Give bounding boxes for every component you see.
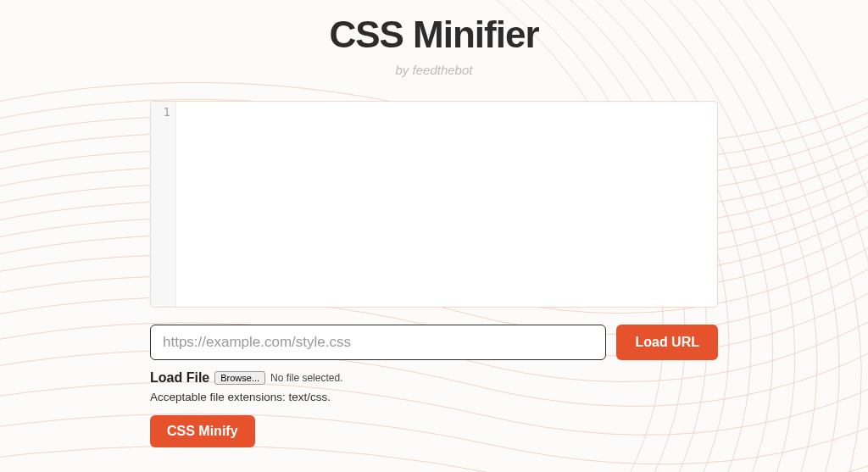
page-subtitle: by feedthebot [396,63,473,77]
load-url-button[interactable]: Load URL [616,325,718,360]
code-editor[interactable]: 1 [150,101,718,308]
line-number: 1 [151,105,170,119]
main-panel: 1 Load URL Load File Browse... No file s… [150,101,718,447]
load-file-label: Load File [150,370,209,386]
browse-button[interactable]: Browse... [214,371,265,385]
page-title: CSS Minifier [329,14,538,56]
acceptable-extensions-text: Acceptable file extensions: text/css. [150,391,718,403]
css-minify-button[interactable]: CSS Minify [150,415,255,447]
file-status-text: No file selected. [270,372,342,384]
editor-textarea[interactable] [176,102,717,307]
editor-gutter: 1 [151,102,176,307]
url-input[interactable] [150,325,606,360]
